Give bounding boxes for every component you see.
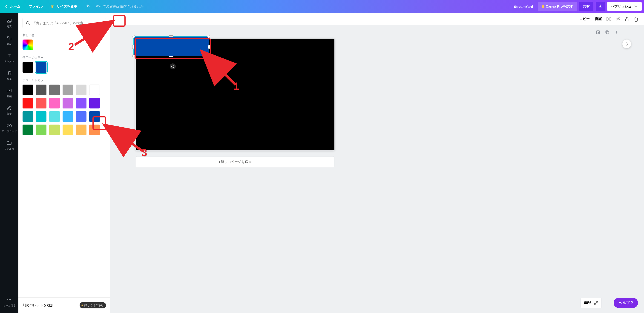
rail-photos[interactable]: 写真: [0, 14, 18, 32]
resize-menu[interactable]: ♛ サイズを変更: [47, 4, 82, 9]
rail-label: 背景: [7, 112, 12, 116]
rail-folder[interactable]: フォルダ: [0, 136, 18, 154]
help-button[interactable]: ヘルプ ?: [614, 298, 638, 308]
crown-icon: ♛: [542, 4, 544, 8]
rail-label: テキスト: [4, 60, 14, 63]
resize-handle-e[interactable]: [208, 45, 210, 49]
default-swatch[interactable]: [89, 85, 100, 95]
rail-text[interactable]: テキスト: [0, 49, 18, 67]
default-swatch[interactable]: [36, 111, 46, 122]
arrange-button[interactable]: 配置: [592, 17, 605, 21]
note-icon: [596, 30, 600, 34]
hatch-icon: [6, 105, 12, 111]
rail-background[interactable]: 背景: [0, 102, 18, 119]
color-search[interactable]: [22, 18, 106, 28]
rotate-handle[interactable]: [170, 63, 176, 69]
default-swatch[interactable]: [62, 125, 73, 135]
chevron-left-icon: [4, 4, 9, 9]
learn-more-pill[interactable]: ♛ 詳しくはこちら: [80, 302, 106, 309]
file-menu[interactable]: ファイル: [24, 4, 47, 9]
default-swatch[interactable]: [22, 125, 33, 135]
color-search-input[interactable]: [32, 21, 103, 25]
page-1[interactable]: [136, 39, 334, 150]
page-controls: [596, 30, 619, 35]
resize-handle-ne[interactable]: [207, 35, 210, 38]
document-title[interactable]: StreamYard: [509, 4, 538, 8]
section-new-color: 新しい色: [22, 33, 106, 37]
default-swatch[interactable]: [22, 98, 33, 108]
notes-button[interactable]: [596, 30, 600, 35]
svg-point-12: [10, 73, 11, 74]
resize-handle-se[interactable]: [207, 54, 210, 57]
share-label: 共有: [583, 4, 590, 9]
default-swatch[interactable]: [89, 98, 100, 108]
svg-rect-18: [596, 30, 600, 33]
delete-button[interactable]: [632, 15, 640, 23]
rail-label: フォルダ: [4, 147, 14, 151]
default-swatch[interactable]: [36, 125, 46, 135]
canvas-area[interactable]: +新しいページを追加 60% ヘルプ ?: [110, 25, 644, 313]
transparency-button[interactable]: [605, 15, 613, 23]
default-swatch[interactable]: [89, 111, 100, 122]
rail-video[interactable]: 動画: [0, 84, 18, 102]
svg-point-11: [8, 74, 8, 75]
default-swatch[interactable]: [62, 85, 73, 95]
home-button[interactable]: ホーム: [0, 4, 24, 9]
add-page-bar[interactable]: +新しいページを追加: [136, 156, 334, 167]
copy-button[interactable]: コピー: [576, 17, 592, 21]
svg-point-17: [26, 21, 29, 24]
crown-icon: ♛: [51, 4, 54, 8]
selected-rectangle[interactable]: [134, 36, 208, 56]
default-swatch[interactable]: [62, 98, 73, 108]
duplicate-page-button[interactable]: [605, 30, 610, 35]
lock-button[interactable]: [623, 15, 631, 23]
default-swatch[interactable]: [76, 111, 86, 122]
resize-handle-w[interactable]: [132, 45, 134, 49]
text-icon: [6, 53, 12, 58]
undo-button[interactable]: [82, 4, 95, 9]
rotate-icon: [171, 65, 174, 68]
resize-handle-sw[interactable]: [132, 54, 135, 57]
default-swatch[interactable]: [36, 85, 46, 95]
rail-more[interactable]: もっと見る: [0, 293, 18, 311]
share-button[interactable]: 共有: [579, 2, 594, 11]
inuse-swatch[interactable]: [36, 62, 46, 73]
plus-icon: [614, 30, 619, 34]
default-swatch[interactable]: [89, 125, 100, 135]
default-swatch[interactable]: [49, 98, 60, 108]
default-swatch[interactable]: [49, 85, 60, 95]
default-swatch[interactable]: [49, 125, 60, 135]
add-page-button[interactable]: [614, 30, 619, 35]
link-button[interactable]: [614, 15, 622, 23]
default-swatch[interactable]: [22, 85, 33, 95]
default-swatch[interactable]: [76, 85, 86, 95]
trash-icon: [634, 16, 639, 22]
new-color-picker[interactable]: [22, 39, 33, 50]
cloud-upload-icon: [6, 123, 12, 128]
resize-handle-n[interactable]: [169, 35, 174, 37]
rail-upload[interactable]: アップロード: [0, 119, 18, 136]
file-label: ファイル: [29, 4, 42, 8]
default-swatch[interactable]: [62, 111, 73, 122]
rail-elements[interactable]: 素材: [0, 32, 18, 49]
rail-label: 素材: [7, 42, 12, 46]
inuse-swatch[interactable]: [22, 62, 33, 73]
link-icon: [615, 16, 621, 22]
resize-handle-s[interactable]: [169, 56, 174, 57]
publish-button[interactable]: パブリッシュ: [607, 2, 642, 11]
panel-footer: 別のパレットを追加 ♛ 詳しくはこちら: [18, 297, 110, 313]
add-palette-link[interactable]: 別のパレットを追加: [22, 303, 54, 308]
svg-rect-10: [9, 38, 11, 40]
rail-label: 音楽: [7, 77, 12, 81]
rail-music[interactable]: 音楽: [0, 67, 18, 84]
zoom-control[interactable]: 60%: [580, 298, 602, 308]
default-swatch[interactable]: [76, 125, 86, 135]
default-swatch[interactable]: [49, 111, 60, 122]
resize-handle-nw[interactable]: [132, 35, 135, 38]
default-swatch[interactable]: [22, 111, 33, 122]
try-pro-button[interactable]: ♛ Canva Proを試す: [538, 2, 577, 11]
default-swatch[interactable]: [76, 98, 86, 108]
default-swatch[interactable]: [36, 98, 46, 108]
download-button[interactable]: [596, 2, 605, 11]
magic-button[interactable]: [622, 39, 631, 48]
